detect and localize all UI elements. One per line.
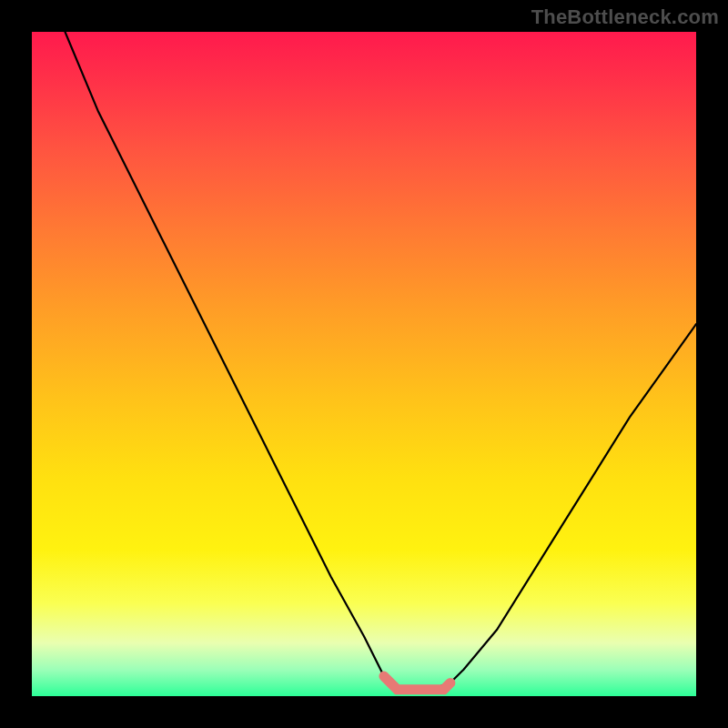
curve-svg — [32, 32, 696, 696]
optimal-region-highlight — [384, 676, 450, 690]
gradient-plot-area — [32, 32, 696, 696]
bottleneck-curve — [66, 32, 697, 690]
watermark-text: TheBottleneck.com — [531, 5, 719, 29]
chart-frame: TheBottleneck.com — [0, 0, 728, 728]
